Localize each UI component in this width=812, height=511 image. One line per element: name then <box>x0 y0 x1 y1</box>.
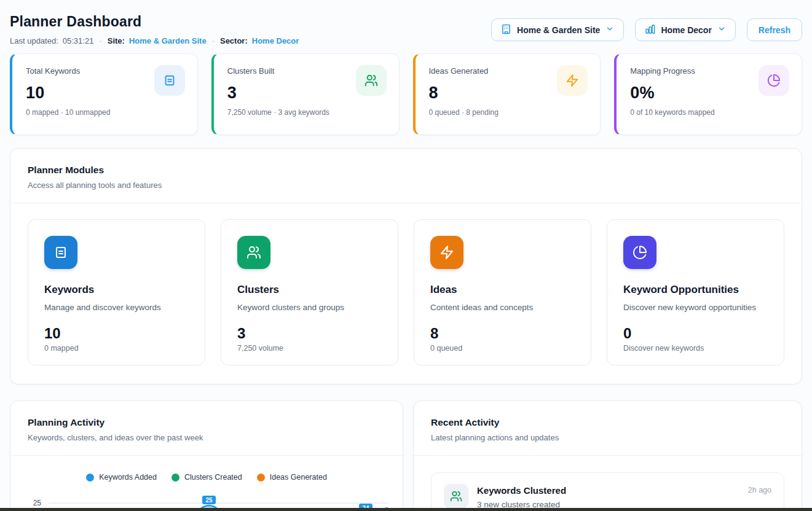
bottom-edge-bar <box>0 508 812 511</box>
module-value: 0 <box>623 325 768 342</box>
pie-chart-icon <box>759 65 789 96</box>
legend-item-clusters-created: Clusters Created <box>171 473 242 482</box>
module-title: Keyword Opportunities <box>623 284 768 296</box>
module-description: Content ideas and concepts <box>430 303 575 312</box>
stat-card-ideas-generated: Ideas Generated 8 0 queued · 8 pending <box>413 53 601 135</box>
recent-activity-panel: Recent Activity Latest planning actions … <box>413 400 802 511</box>
stat-detail: 0 mapped · 10 unmapped <box>26 108 184 117</box>
pie-chart-icon <box>623 236 656 269</box>
planning-activity-panel: Planning Activity Keywords, clusters, an… <box>10 400 403 511</box>
site-link[interactable]: Home & Garden Site <box>129 36 207 45</box>
sector-selector-dropdown[interactable]: Home Decor <box>635 18 735 41</box>
module-description: Keyword clusters and groups <box>237 303 382 312</box>
sector-selector-value: Home Decor <box>661 25 711 35</box>
site-selector-dropdown[interactable]: Home & Garden Site <box>491 18 624 41</box>
data-label-badge: 25 <box>202 496 216 504</box>
site-label: Site: <box>108 36 125 45</box>
svg-text:25: 25 <box>205 497 213 504</box>
module-card-keywords[interactable]: Keywords Manage and discover keywords 10… <box>28 219 205 365</box>
header-controls: Home & Garden Site Home Decor Refresh <box>491 18 802 41</box>
module-value: 8 <box>430 325 575 342</box>
users-icon <box>444 484 468 509</box>
header-meta: Last updated: 05:31:21 · Site: Home & Ga… <box>10 36 299 45</box>
planning-activity-subtitle: Keywords, clusters, and ideas over the p… <box>28 433 385 442</box>
recent-activity-header: Recent Activity Latest planning actions … <box>414 401 802 456</box>
module-card-keyword-opportunities[interactable]: Keyword Opportunities Discover new keywo… <box>607 219 784 365</box>
planning-activity-header: Planning Activity Keywords, clusters, an… <box>10 401 403 456</box>
module-value: 10 <box>44 325 189 342</box>
feed-item-title: Keywords Clustered <box>477 485 739 496</box>
y-axis-tick: 25 <box>25 499 49 507</box>
module-card-clusters[interactable]: Clusters Keyword clusters and groups 3 7… <box>221 219 398 365</box>
building-icon <box>501 24 511 36</box>
modules-panel-subtitle: Access all planning tools and features <box>28 181 784 190</box>
topbar: Planner Dashboard Last updated: 05:31:21… <box>10 0 802 45</box>
stat-card-mapping-progress: Mapping Progress 0% 0 of 10 keywords map… <box>614 53 802 135</box>
planner-dashboard-page: Planner Dashboard Last updated: 05:31:21… <box>0 0 812 511</box>
module-detail: 0 queued <box>430 344 575 353</box>
stat-detail: 7,250 volume · 3 avg keywords <box>227 108 385 117</box>
stats-row: Total Keywords 10 0 mapped · 10 unmapped… <box>10 53 802 135</box>
lightning-icon <box>430 236 463 269</box>
activity-feed-item: Keywords Clustered 3 new clusters create… <box>431 472 784 511</box>
title-block: Planner Dashboard Last updated: 05:31:21… <box>10 14 299 45</box>
chevron-down-icon <box>717 25 726 35</box>
activity-chart: Keywords Added Clusters Created Ideas Ge… <box>10 456 403 511</box>
refresh-button[interactable]: Refresh <box>747 18 802 41</box>
stat-detail: 0 of 10 keywords mapped <box>630 108 788 117</box>
bottom-row: Planning Activity Keywords, clusters, an… <box>10 400 802 511</box>
legend-item-keywords-added: Keywords Added <box>86 473 157 482</box>
planner-modules-panel: Planner Modules Access all planning tool… <box>10 148 802 384</box>
module-detail: 0 mapped <box>44 344 189 353</box>
users-icon <box>237 236 270 269</box>
legend-label: Ideas Generated <box>270 473 327 482</box>
legend-label: Keywords Added <box>99 473 157 482</box>
module-card-ideas[interactable]: Ideas Content ideas and concepts 8 0 que… <box>414 219 591 365</box>
legend-dot <box>257 474 265 482</box>
module-title: Keywords <box>44 284 189 296</box>
lightning-icon <box>557 65 588 96</box>
bar-chart-icon <box>645 24 655 36</box>
legend-dot <box>86 474 94 482</box>
stat-card-clusters-built: Clusters Built 3 7,250 volume · 3 avg ke… <box>211 53 400 135</box>
legend-item-ideas-generated: Ideas Generated <box>257 473 327 482</box>
legend-label: Clusters Created <box>184 473 242 482</box>
modules-panel-header: Planner Modules Access all planning tool… <box>10 149 802 203</box>
sector-label: Sector: <box>220 36 248 45</box>
page-title: Planner Dashboard <box>10 14 299 30</box>
module-detail: 7,250 volume <box>237 344 382 353</box>
chevron-down-icon <box>605 25 614 35</box>
module-detail: Discover new keywords <box>623 344 768 353</box>
stat-card-total-keywords: Total Keywords 10 0 mapped · 10 unmapped <box>10 53 198 135</box>
keywords-added-area-chart: 25 24 <box>49 486 388 511</box>
last-updated-value: 05:31:21 <box>63 36 94 45</box>
planning-activity-title: Planning Activity <box>28 417 385 428</box>
meta-separator: · <box>211 36 216 45</box>
module-value: 3 <box>237 325 382 342</box>
last-updated-label: Last updated: <box>10 36 58 45</box>
recent-activity-subtitle: Latest planning actions and updates <box>431 433 784 442</box>
document-icon <box>44 236 77 269</box>
feed-item-body: Keywords Clustered 3 new clusters create… <box>477 484 739 509</box>
modules-grid: Keywords Manage and discover keywords 10… <box>10 203 802 384</box>
chart-legend: Keywords Added Clusters Created Ideas Ge… <box>25 473 388 482</box>
site-selector-value: Home & Garden Site <box>517 25 600 35</box>
legend-dot <box>171 474 179 482</box>
meta-separator: · <box>98 36 103 45</box>
module-description: Discover new keyword opportunities <box>623 303 768 312</box>
activity-feed: Keywords Clustered 3 new clusters create… <box>414 456 802 511</box>
users-icon <box>356 65 387 96</box>
feed-item-timestamp: 2h ago <box>748 486 771 509</box>
stat-detail: 0 queued · 8 pending <box>429 108 587 117</box>
module-title: Ideas <box>430 284 575 296</box>
recent-activity-title: Recent Activity <box>431 417 784 428</box>
module-title: Clusters <box>237 284 382 296</box>
module-description: Manage and discover keywords <box>44 303 189 312</box>
document-icon <box>154 65 185 96</box>
chart-plot-area: 25 25 <box>25 486 388 511</box>
sector-link[interactable]: Home Decor <box>252 36 299 45</box>
modules-panel-title: Planner Modules <box>28 165 784 176</box>
